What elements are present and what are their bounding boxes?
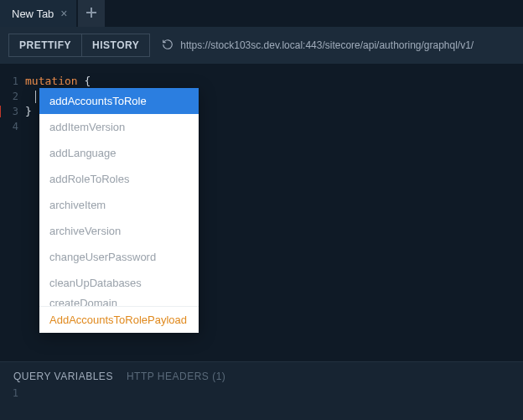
autocomplete-popup: addAccountsToRole addItemVersion addLang… [39, 88, 199, 333]
editor-caret [35, 91, 36, 103]
line-number: 1 [0, 74, 25, 89]
autocomplete-item[interactable]: createDomain [39, 296, 199, 306]
history-button[interactable]: HISTORY [82, 34, 150, 57]
autocomplete-item[interactable]: archiveVersion [39, 218, 199, 244]
code-keyword: mutation [25, 75, 78, 87]
query-editor[interactable]: 1 2 3 4 mutation { } addAccountsToRole a… [0, 64, 523, 361]
close-icon[interactable]: × [60, 8, 67, 19]
endpoint-url-text: https://stock103sc.dev.local:443/sitecor… [180, 39, 474, 51]
tab-http-headers[interactable]: HTTP HEADERS (1) [127, 371, 225, 382]
variables-gutter: 1 [0, 387, 25, 399]
tab-bar: New Tab × [0, 0, 523, 27]
new-tab-button[interactable] [78, 0, 105, 27]
line-number: 3 [0, 104, 25, 119]
line-number: 2 [0, 89, 25, 104]
code-brace-close: } [25, 105, 32, 117]
reload-icon[interactable] [162, 39, 173, 53]
code-brace-open: { [84, 75, 91, 87]
line-number: 1 [13, 387, 18, 399]
autocomplete-item[interactable]: addAccountsToRole [39, 88, 199, 114]
endpoint-url-bar[interactable]: https://stock103sc.dev.local:443/sitecor… [162, 39, 474, 53]
autocomplete-item[interactable]: addLanguage [39, 140, 199, 166]
autocomplete-item[interactable]: cleanUpDatabases [39, 270, 199, 296]
variables-panel: QUERY VARIABLES HTTP HEADERS (1) 1 [0, 361, 523, 420]
line-number: 4 [0, 119, 25, 134]
tab-query-variables[interactable]: QUERY VARIABLES [13, 371, 113, 382]
variables-panel-tabs: QUERY VARIABLES HTTP HEADERS (1) [0, 362, 523, 387]
autocomplete-item[interactable]: changeUserPassword [39, 244, 199, 270]
autocomplete-item[interactable]: addRoleToRoles [39, 166, 199, 192]
autocomplete-item[interactable]: archiveItem [39, 192, 199, 218]
tab-label: New Tab [12, 8, 54, 20]
editor-gutter: 1 2 3 4 [0, 64, 25, 361]
autocomplete-item[interactable]: addItemVersion [39, 114, 199, 140]
toolbar: PRETTIFY HISTORY https://stock103sc.dev.… [0, 27, 523, 64]
prettify-button[interactable]: PRETTIFY [8, 34, 82, 57]
tab-active[interactable]: New Tab × [0, 0, 76, 27]
autocomplete-type-hint[interactable]: AddAccountsToRolePayload [39, 306, 199, 333]
plus-icon [85, 7, 97, 21]
